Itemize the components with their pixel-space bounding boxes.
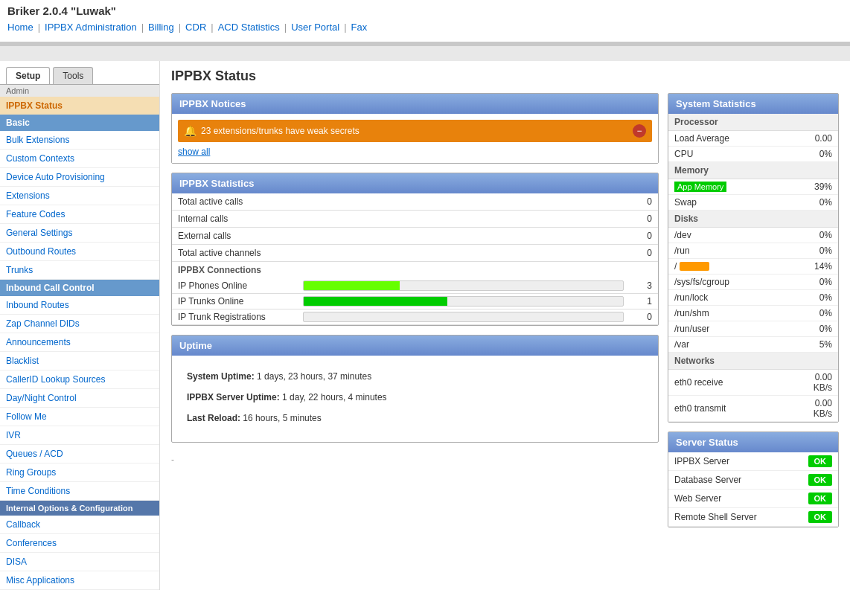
uptime-panel-header: Uptime — [172, 336, 658, 356]
sidebar-section-internal: Internal Options & Configuration — [0, 501, 159, 516]
sidebar-item-misc-applications[interactable]: Misc Applications — [0, 571, 159, 590]
statistics-panel-body: Total active calls 0 Internal calls 0 Ex… — [172, 193, 658, 325]
sys-value: 0% — [799, 149, 832, 159]
app-memory-badge: App Memory — [674, 182, 726, 192]
sidebar-item-conferences[interactable]: Conferences — [0, 534, 159, 553]
status-badge: OK — [808, 511, 833, 523]
sidebar-item-blacklist[interactable]: Blacklist — [0, 352, 159, 370]
show-all-link[interactable]: show all — [178, 147, 652, 157]
disk-bar-14 — [680, 262, 709, 271]
connection-label: IP Trunks Online — [178, 296, 297, 307]
sys-label: App Memory — [674, 182, 799, 192]
sys-label: Load Average — [674, 133, 799, 144]
sidebar-item-callback[interactable]: Callback — [0, 516, 159, 534]
nav-sep-2: | — [141, 22, 144, 33]
uptime-panel-body: System Uptime: 1 days, 23 hours, 37 minu… — [172, 356, 658, 442]
sys-value: 0.00 — [799, 133, 832, 144]
notices-panel-body: 🔔 23 extensions/trunks have weak secrets… — [172, 114, 658, 163]
sys-label: /run — [674, 246, 799, 256]
nav-acd-stats[interactable]: ACD Statistics — [218, 22, 280, 33]
server-status-panel-header: Server Status — [668, 432, 838, 452]
sys-row: eth0 receive 0.00 KB/s — [668, 370, 838, 396]
nav-cdr[interactable]: CDR — [185, 22, 206, 33]
sidebar-item-device-auto-provisioning[interactable]: Device Auto Provisioning — [0, 168, 159, 187]
sidebar-item-custom-contexts[interactable]: Custom Contexts — [0, 150, 159, 168]
system-stats-panel-body: Processor Load Average 0.00 CPU 0% Memor… — [668, 114, 838, 422]
sidebar-item-zap-channel-dids[interactable]: Zap Channel DIDs — [0, 315, 159, 333]
sys-row: /run/lock 0% — [668, 290, 838, 306]
sidebar-item-callerid-lookup[interactable]: CallerID Lookup Sources — [0, 370, 159, 389]
stat-label: External calls — [172, 228, 628, 245]
stat-label: Total active channels — [172, 245, 628, 262]
sys-label: eth0 receive — [674, 377, 799, 388]
sidebar-item-ring-groups[interactable]: Ring Groups — [0, 463, 159, 482]
stat-value: 0 — [628, 245, 658, 262]
main-layout: Setup Tools Admin IPPBX Status Basic Bul… — [0, 61, 850, 590]
sidebar-item-queues-acd[interactable]: Queues / ACD — [0, 445, 159, 463]
sys-value: 0% — [799, 246, 832, 256]
connection-value: 3 — [630, 280, 652, 291]
uptime-panel: Uptime System Uptime: 1 days, 23 hours, … — [171, 335, 659, 443]
sys-row: /sys/fs/cgroup 0% — [668, 275, 838, 290]
system-stats-panel-header: System Statistics — [668, 94, 838, 114]
sidebar-item-announcements[interactable]: Announcements — [0, 333, 159, 352]
sidebar-item-trunks[interactable]: Trunks — [0, 261, 159, 280]
sidebar-item-ivr[interactable]: IVR — [0, 426, 159, 445]
app-title: Briker 2.0.4 "Luwak" — [7, 4, 843, 17]
sys-value: 39% — [799, 182, 832, 192]
notice-close-button[interactable]: − — [633, 124, 646, 138]
table-row: Total active channels 0 — [172, 245, 658, 262]
statistics-panel-header: IPPBX Statistics — [172, 173, 658, 193]
status-badge: OK — [808, 493, 833, 504]
tab-setup[interactable]: Setup — [6, 67, 50, 84]
statistics-panel: IPPBX Statistics Total active calls 0 In… — [171, 173, 659, 326]
uptime-ippbx-row: IPPBX Server Uptime: 1 day, 22 hours, 4 … — [187, 388, 643, 406]
sidebar-item-general-settings[interactable]: General Settings — [0, 224, 159, 243]
sys-row: /run/user 0% — [668, 321, 838, 337]
sidebar-item-follow-me[interactable]: Follow Me — [0, 408, 159, 426]
uptime-reload-row: Last Reload: 16 hours, 5 minutes — [187, 409, 643, 427]
sidebar-item-daynight-control[interactable]: Day/Night Control — [0, 389, 159, 408]
system-stats-panel: System Statistics Processor Load Average… — [668, 93, 839, 423]
connection-bar-wrap — [303, 280, 624, 291]
sys-label: /run/shm — [674, 308, 799, 318]
sys-row: /var 5% — [668, 337, 838, 353]
connection-row: IP Phones Online 3 — [172, 278, 658, 294]
sidebar-item-extensions[interactable]: Extensions — [0, 187, 159, 205]
tab-tools[interactable]: Tools — [53, 67, 93, 84]
sys-value: 14% — [799, 261, 832, 272]
nav-home[interactable]: Home — [7, 22, 33, 33]
nav-fax[interactable]: Fax — [351, 22, 368, 33]
server-status-panel: Server Status IPPBX Server OK Database S… — [668, 431, 839, 527]
sys-value: 5% — [799, 339, 832, 350]
notice-icon: 🔔 — [184, 125, 196, 137]
server-label: Database Server — [674, 475, 741, 485]
sidebar: Setup Tools Admin IPPBX Status Basic Bul… — [0, 61, 160, 590]
nav-billing[interactable]: Billing — [148, 22, 174, 33]
sidebar-item-feature-codes[interactable]: Feature Codes — [0, 205, 159, 224]
connection-bar-wrap — [303, 312, 624, 322]
content-right: System Statistics Processor Load Average… — [668, 93, 839, 536]
sys-value: 0.00 KB/s — [799, 372, 832, 393]
sidebar-item-disa[interactable]: DISA — [0, 553, 159, 571]
sidebar-item-ippbx-status[interactable]: IPPBX Status — [0, 97, 159, 115]
sidebar-section-basic: Basic — [0, 115, 159, 131]
sys-row: App Memory 39% — [668, 179, 838, 195]
nav-bar: Home | IPPBX Administration | Billing | … — [7, 22, 843, 33]
connection-bar — [304, 297, 447, 306]
table-row: External calls 0 — [172, 228, 658, 245]
nav-user-portal[interactable]: User Portal — [291, 22, 339, 33]
server-row: IPPBX Server OK — [668, 452, 838, 471]
sys-value: 0% — [799, 308, 832, 318]
uptime-system-value: 1 days, 23 hours, 37 minutes — [257, 371, 371, 382]
sidebar-item-bulk-extensions[interactable]: Bulk Extensions — [0, 131, 159, 150]
sidebar-item-outbound-routes[interactable]: Outbound Routes — [0, 243, 159, 261]
sidebar-item-time-conditions[interactable]: Time Conditions — [0, 482, 159, 501]
stat-label: Total active calls — [172, 193, 628, 211]
connection-label: IP Phones Online — [178, 280, 297, 291]
notices-panel: IPPBX Notices 🔔 23 extensions/trunks hav… — [171, 93, 659, 164]
sidebar-item-inbound-routes[interactable]: Inbound Routes — [0, 296, 159, 315]
nav-ippbx-admin[interactable]: IPPBX Administration — [45, 22, 137, 33]
notices-panel-header: IPPBX Notices — [172, 94, 658, 114]
connection-value: 1 — [630, 296, 652, 307]
